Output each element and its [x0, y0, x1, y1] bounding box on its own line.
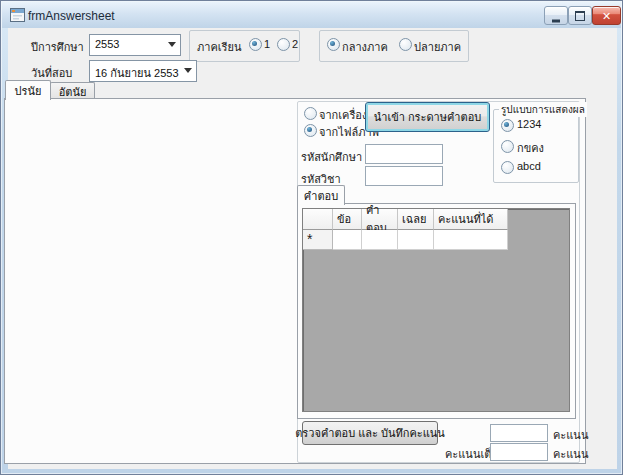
- final-term-radio[interactable]: [399, 38, 412, 51]
- exam-date-value: 16 กันยายน 2553: [95, 64, 179, 82]
- import-answersheet-button[interactable]: นำเข้า กระดาษคำตอบ: [365, 102, 490, 132]
- score-unit-label: คะแนน: [553, 426, 588, 444]
- from-scanner-radio[interactable]: [304, 107, 317, 120]
- grid-cell[interactable]: [434, 230, 508, 250]
- student-id-input[interactable]: [365, 144, 443, 164]
- format-thai-radio[interactable]: [501, 140, 514, 153]
- grid-cell[interactable]: [333, 230, 362, 250]
- grid-cell[interactable]: [398, 230, 434, 250]
- check-answers-button[interactable]: ตรวจคำตอบ และ บันทึกคะแนน: [302, 421, 438, 445]
- score-input[interactable]: [490, 424, 548, 442]
- close-button[interactable]: ✕: [592, 6, 621, 25]
- grid-column-header[interactable]: เฉลย: [398, 209, 434, 230]
- semester-2-radio[interactable]: [277, 38, 290, 51]
- maximize-icon: [575, 11, 585, 21]
- form-icon: [10, 8, 25, 22]
- close-icon: ✕: [602, 10, 611, 21]
- display-format-title: รูปแบบการแสดงผล: [499, 102, 587, 117]
- from-image-file-radio[interactable]: [304, 124, 317, 137]
- semester-1-label: 1: [264, 38, 270, 50]
- academic-year-value: 2553: [95, 38, 119, 50]
- maximize-button[interactable]: [568, 6, 592, 25]
- window-frame: frmAnswersheet ✕ ปีการศึกษา 2553 ภาคเรีย…: [0, 0, 623, 475]
- grid-column-header[interactable]: คะแนนที่ได้: [434, 209, 508, 230]
- grid-corner-header[interactable]: [303, 209, 333, 230]
- tab-objective[interactable]: ปรนัย: [5, 80, 51, 100]
- import-answersheet-button-label: นำเข้า กระดาษคำตอบ: [374, 108, 482, 126]
- final-term-label: ปลายภาค: [414, 38, 461, 56]
- title-bar[interactable]: frmAnswersheet ✕: [2, 2, 621, 28]
- semester-label: ภาคเรียน: [197, 38, 241, 56]
- student-id-label: รหัสนักศึกษา: [301, 148, 362, 166]
- midterm-label: กลางภาค: [342, 38, 388, 56]
- grid-cell[interactable]: [362, 230, 398, 250]
- exam-date-combobox[interactable]: 16 กันยายน 2553: [89, 60, 197, 82]
- tab-answers[interactable]: คำตอบ: [297, 185, 345, 205]
- semester-1-radio[interactable]: [249, 38, 262, 51]
- grid-column-header[interactable]: ข้อ: [333, 209, 362, 230]
- grid-new-row-header[interactable]: *: [303, 230, 333, 250]
- format-1234-label: 1234: [517, 118, 541, 130]
- format-abcd-label: abcd: [517, 160, 541, 172]
- academic-year-combobox[interactable]: 2553: [89, 34, 181, 56]
- window-title: frmAnswersheet: [28, 9, 115, 23]
- check-answers-button-label: ตรวจคำตอบ และ บันทึกคะแนน: [295, 424, 445, 442]
- application-window: frmAnswersheet ✕ ปีการศึกษา 2553 ภาคเรีย…: [0, 0, 623, 475]
- minimize-icon: [552, 19, 560, 22]
- full-score-input[interactable]: [490, 443, 548, 461]
- grid-column-header[interactable]: คำตอบ: [362, 209, 398, 230]
- subject-id-input[interactable]: [365, 166, 443, 186]
- tab-objective-label: ปรนัย: [15, 82, 42, 100]
- academic-year-label: ปีการศึกษา: [31, 38, 84, 56]
- full-score-unit-label: คะแนน: [553, 445, 588, 463]
- format-abcd-radio[interactable]: [501, 161, 514, 174]
- midterm-radio[interactable]: [327, 38, 340, 51]
- chevron-down-icon: [184, 68, 192, 73]
- format-thai-label: กขคง: [517, 139, 544, 157]
- minimize-button[interactable]: [544, 6, 568, 25]
- chevron-down-icon: [168, 42, 176, 47]
- semester-2-label: 2: [292, 38, 298, 50]
- answers-datagrid[interactable]: ข้อคำตอบเฉลยคะแนนที่ได้*: [302, 208, 570, 412]
- format-1234-radio[interactable]: [501, 119, 514, 132]
- tab-answers-label: คำตอบ: [304, 187, 338, 205]
